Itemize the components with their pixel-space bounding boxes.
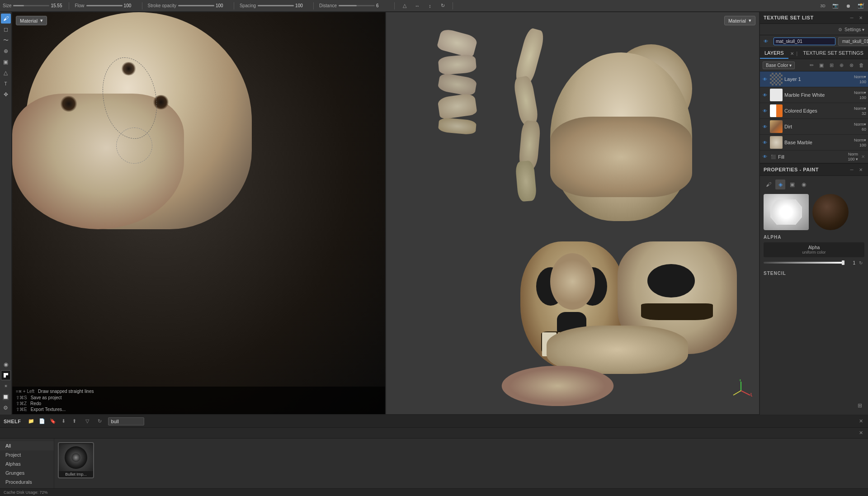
colored-edges-eye[interactable]: 👁 [762, 108, 768, 114]
layer-item-marble-fine-white[interactable]: 👁 Marble Fine White Norm▾ 100 [760, 87, 868, 103]
viewport-3d[interactable]: ⌗⌘ + Left Draw snapped straight lines ⇧⌘… [12, 12, 386, 415]
mat-dropdown[interactable]: mat_skull_01 [838, 37, 868, 46]
geometry-tool-btn[interactable]: △ [1, 68, 11, 78]
skull-3d-canvas[interactable]: ⌗⌘ + Left Draw snapped straight lines ⇧⌘… [12, 12, 385, 414]
spacing-value: 100 [295, 3, 308, 8]
add-mask-btn[interactable]: ⊞ [827, 61, 835, 69]
shelf-import-btn[interactable]: ⬇ [59, 417, 68, 426]
marble-fine-white-blend-mode[interactable]: Norm▾ [854, 90, 866, 95]
right-material-dropdown[interactable]: Material ▾ [724, 16, 755, 25]
shelf-category-procedurals[interactable]: Procedurals [0, 477, 54, 487]
mat-skull-row: 👁 mat_skull_01 [760, 35, 868, 48]
alpha-repeat-btn[interactable]: ↻ [857, 259, 864, 266]
stencil-mode-icon[interactable]: ◉ [799, 180, 809, 189]
layer-1-eye[interactable]: 👁 [762, 76, 768, 82]
layer-item-colored-edges[interactable]: 👁 Colored Edges Norm▾ 32 [760, 103, 868, 119]
flip-v-btn[interactable]: ↕ [425, 1, 434, 10]
camera-btn[interactable]: 📷 [831, 1, 840, 10]
paint-tool-btn[interactable]: 🖌 [1, 14, 11, 24]
minimize-texture-set-btn[interactable]: ─ [848, 14, 855, 21]
skull-uv-canvas[interactable]: Y U [386, 12, 759, 414]
marble-fine-white-eye[interactable]: 👁 [762, 92, 768, 98]
delete-layer-btn[interactable]: 🗑 [857, 61, 865, 69]
flip-h-btn[interactable]: ↔ [413, 1, 422, 10]
record-btn[interactable]: ⏺ [844, 1, 853, 10]
eraser-tool-btn[interactable]: ◻ [1, 24, 11, 34]
settings-button[interactable]: Settings ▾ [844, 27, 864, 32]
mat-name-input[interactable] [774, 38, 835, 45]
colored-edges-name: Colored Edges [784, 108, 852, 113]
stencil-section: STENCIL [764, 271, 864, 276]
rotate-btn[interactable]: ↻ [438, 1, 447, 10]
colored-edges-blend-mode[interactable]: Norm▾ [854, 106, 866, 111]
base-marble-eye[interactable]: 👁 [762, 139, 768, 146]
shelf-filter-close-btn[interactable]: ✕ [857, 430, 864, 437]
settings-btn[interactable]: ⚙ [1, 403, 11, 413]
mat-preview-sphere[interactable] [812, 194, 849, 230]
shelf-item-bullet-imp[interactable]: Bullet Imp... [58, 442, 94, 478]
shelf-category-alphas[interactable]: Alphas [0, 459, 54, 468]
mat-preview-3d-skull[interactable] [764, 194, 809, 230]
mat-eye-btn[interactable]: 👁 [764, 38, 768, 45]
text-tool-btn[interactable]: T [1, 79, 11, 89]
duplicate-layer-btn[interactable]: ⊕ [837, 61, 845, 69]
fill-delete-btn[interactable]: ✕ [860, 154, 866, 160]
shelf-category-grunges[interactable]: Grunges [0, 468, 54, 477]
skull-face [12, 94, 184, 229]
viewport-uv[interactable]: Y U Material ▾ [386, 12, 760, 415]
picker-tool-btn[interactable]: ✥ [1, 90, 11, 99]
minimize-properties-btn[interactable]: ─ [848, 166, 855, 173]
smudge-tool-btn[interactable]: 〜 [1, 35, 11, 45]
layer-item-dirt[interactable]: 👁 Dirt Norm▾ 60 [760, 119, 868, 135]
shelf-filter-icon[interactable]: ▽ [83, 417, 92, 426]
layer-1-blend-mode[interactable]: Norm▾ [854, 75, 866, 79]
color-picker-btn[interactable]: ◉ [1, 359, 11, 369]
size-slider[interactable] [13, 5, 49, 6]
symmetry-btn[interactable]: △ [400, 1, 409, 10]
left-material-dropdown[interactable]: Material ▾ [16, 16, 47, 25]
layer-item-fill[interactable]: 👁 ⬛ Fill Norm 100 ▾ ✕ [760, 151, 868, 163]
base-marble-blend-mode[interactable]: Norm▾ [854, 138, 866, 142]
shelf-resize-btn[interactable]: ⤢ [860, 1, 866, 7]
alpha-slider[interactable] [764, 262, 844, 264]
shelf-search-input[interactable] [108, 417, 144, 425]
stroke-opacity-slider[interactable] [178, 5, 214, 6]
material-mode-icon[interactable]: ◈ [775, 180, 785, 189]
merge-layer-btn[interactable]: ⊗ [847, 61, 855, 69]
add-fill-layer-btn[interactable]: ▣ [817, 61, 826, 69]
shelf-category-all[interactable]: All [0, 441, 54, 450]
fill-eye[interactable]: 👁 [762, 154, 768, 160]
clone-tool-btn[interactable]: ⊕ [1, 46, 11, 56]
shelf-folder-btn[interactable]: 📁 [27, 417, 36, 426]
shelf-bookmark-btn[interactable]: 🔖 [48, 417, 57, 426]
base-color-dropdown[interactable]: Base Color ▾ [763, 61, 795, 69]
tab-layers[interactable]: LAYERS [760, 48, 788, 59]
mask-mode-icon[interactable]: ▣ [787, 180, 797, 189]
dirt-blend-mode[interactable]: Norm▾ [854, 122, 866, 127]
spacing-label: Spacing [240, 3, 256, 8]
env-btn[interactable]: ☀ [1, 381, 11, 391]
shortcut-desc-3: Redo [30, 401, 41, 406]
distance-slider[interactable] [339, 5, 375, 6]
fill-tool-btn[interactable]: ▣ [1, 57, 11, 67]
sep-6 [453, 2, 453, 9]
paint-mode-icon[interactable]: 🖌 [764, 180, 774, 189]
close-properties-btn[interactable]: ✕ [857, 166, 864, 173]
shelf-export-btn[interactable]: ⬆ [70, 417, 79, 426]
spacing-slider[interactable] [258, 5, 294, 6]
layer-item-1[interactable]: 👁 Layer 1 Norm▾ 100 [760, 71, 868, 87]
layers-tab-close[interactable]: ✕ [788, 51, 796, 56]
shelf-category-project[interactable]: Project [0, 450, 54, 459]
layer-item-base-marble[interactable]: 👁 Base Marble Norm▾ 100 [760, 135, 868, 151]
add-paint-layer-btn[interactable]: ✏ [807, 61, 816, 69]
flow-slider[interactable] [86, 5, 123, 6]
tab-texture-set-settings[interactable]: TEXTURE SET SETTINGS [798, 48, 868, 59]
shelf-close-btn[interactable]: ✕ [857, 418, 864, 425]
shelf-refresh-btn[interactable]: ↻ [95, 417, 104, 426]
color-swatch-btn[interactable] [1, 370, 11, 380]
shelf-new-btn[interactable]: 📄 [38, 417, 47, 426]
render-btn[interactable]: 🔲 [1, 392, 11, 402]
dirt-eye[interactable]: 👁 [762, 123, 768, 130]
close-texture-set-btn[interactable]: ✕ [857, 14, 864, 21]
view-3d-btn[interactable]: 3D [818, 1, 827, 10]
